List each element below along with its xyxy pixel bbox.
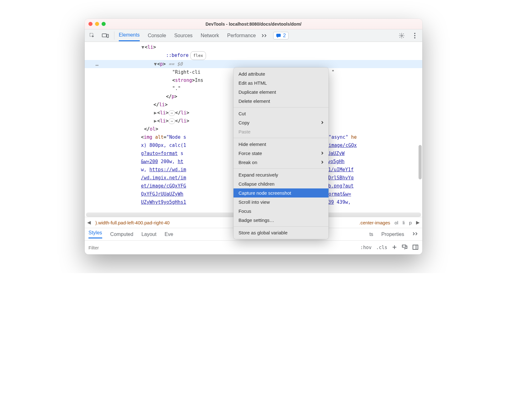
new-style-rule-icon[interactable] [392, 244, 397, 251]
tab-performance[interactable]: Performance [227, 30, 256, 41]
kebab-menu-icon[interactable] [410, 31, 419, 40]
submenu-chevron-icon [321, 151, 324, 156]
window-titlebar: DevTools - localhost:8080/docs/devtools/… [85, 19, 422, 29]
computed-panel-icon[interactable] [412, 244, 419, 251]
collapsed-ellipsis[interactable]: ⋯ [168, 110, 175, 116]
context-menu-item-label: Expand recursively [238, 172, 278, 178]
styles-filter-row: :hov .cls [85, 241, 422, 254]
dollar-zero-indicator: == $0 [168, 61, 183, 67]
crumb-scroll-left-icon[interactable]: ◀ [87, 220, 91, 225]
context-menu-item-label: Badge settings… [238, 218, 274, 223]
context-menu-item-label: Duplicate element [238, 89, 276, 95]
selected-node-row[interactable]: ⋯ ▼<p> == $0 [85, 60, 422, 68]
main-toolbar: Elements Console Sources Network Perform… [85, 29, 422, 42]
crumb-item[interactable]: ).width-full.pad-left-400.pad-right-40 [95, 220, 170, 225]
context-menu-item: Paste [233, 127, 329, 136]
context-menu-item[interactable]: Add attribute [233, 69, 329, 78]
traffic-lights [88, 22, 106, 26]
toolbar-separator [114, 32, 114, 40]
subtab-events-left[interactable]: Eve [164, 232, 173, 237]
subtab-computed[interactable]: Computed [110, 232, 133, 237]
svg-point-7 [414, 37, 415, 38]
svg-rect-9 [413, 245, 418, 249]
context-menu-item[interactable]: Cut [233, 109, 329, 118]
issues-badge[interactable]: 2 [273, 32, 289, 39]
settings-gear-icon[interactable] [397, 31, 406, 40]
context-menu-item-label: Force state [238, 151, 262, 156]
context-menu-item-label: Capture node screenshot [238, 190, 291, 196]
context-menu-item-label: Delete element [238, 98, 270, 104]
collapsed-ellipsis[interactable]: ⋯ [168, 118, 175, 124]
context-menu-item[interactable]: Expand recursively [233, 170, 329, 179]
subtab-properties[interactable]: Properties [381, 232, 404, 237]
inspect-element-icon[interactable] [88, 31, 97, 40]
context-menu-separator [233, 226, 329, 227]
maximize-window-button[interactable] [102, 22, 106, 26]
context-menu-item[interactable]: Scroll into view [233, 198, 329, 207]
context-menu-item[interactable]: Collapse children [233, 179, 329, 188]
context-menu-item[interactable]: Break on [233, 158, 329, 167]
window-title: DevTools - localhost:8080/docs/devtools/… [85, 22, 422, 27]
context-menu-separator [233, 107, 329, 108]
context-menu-item[interactable]: Focus [233, 207, 329, 216]
context-menu-item-label: Hide element [238, 142, 266, 147]
minimize-window-button[interactable] [95, 22, 99, 26]
subtab-styles[interactable]: Styles [88, 230, 102, 238]
context-menu-item[interactable]: Badge settings… [233, 216, 329, 225]
crumb-item[interactable]: .center-images [359, 220, 390, 225]
context-menu-item[interactable]: Force state [233, 149, 329, 158]
toggle-hov-button[interactable]: :hov [360, 245, 372, 250]
submenu-chevron-icon [321, 160, 324, 165]
tab-elements[interactable]: Elements [119, 30, 140, 41]
panel-tabs: Elements Console Sources Network Perform… [119, 30, 256, 41]
subtab-events-right[interactable]: ts [369, 232, 373, 237]
styles-paint-icon[interactable] [402, 244, 408, 251]
context-menu-item-label: Add attribute [238, 71, 265, 77]
crumb-item[interactable]: li [403, 220, 405, 225]
issues-count: 2 [283, 33, 286, 38]
tab-network[interactable]: Network [201, 30, 219, 41]
gutter-menu-icon[interactable]: ⋯ [94, 61, 100, 68]
svg-point-4 [401, 35, 403, 36]
more-subtabs-chevron-icon[interactable] [412, 232, 419, 237]
flex-badge[interactable]: flex [190, 51, 206, 60]
context-menu-item[interactable]: Duplicate element [233, 88, 329, 97]
context-menu-item-label: Break on [238, 160, 257, 165]
context-menu-item-label: Paste [238, 129, 250, 134]
context-menu-item[interactable]: Copy [233, 118, 329, 127]
context-menu-item-label: Focus [238, 208, 251, 214]
context-menu-item-label: Scroll into view [238, 199, 270, 205]
context-menu-item[interactable]: Store as global variable [233, 228, 329, 237]
device-toolbar-icon[interactable] [101, 31, 110, 40]
submenu-chevron-icon [321, 120, 324, 125]
pseudo-before: ::before [166, 52, 188, 58]
context-menu-item[interactable]: Capture node screenshot [233, 188, 329, 198]
context-menu-item-label: Cut [238, 111, 246, 116]
crumb-scroll-right-icon[interactable]: ▶ [416, 220, 420, 225]
subtab-layout[interactable]: Layout [141, 232, 156, 237]
crumb-item[interactable]: p [409, 220, 412, 225]
context-menu-item-label: Collapse children [238, 181, 274, 187]
svg-rect-1 [102, 34, 107, 37]
context-menu-item[interactable]: Hide element [233, 140, 329, 149]
context-menu-item[interactable]: Edit as HTML [233, 78, 329, 88]
vertical-scrollbar[interactable] [419, 145, 422, 179]
devtools-window: DevTools - localhost:8080/docs/devtools/… [85, 19, 422, 254]
context-menu-item-label: Store as global variable [238, 230, 288, 235]
context-menu[interactable]: Add attributeEdit as HTMLDuplicate eleme… [233, 68, 329, 239]
more-tabs-chevron-icon[interactable] [260, 31, 269, 40]
styles-filter-input[interactable] [88, 245, 138, 250]
crumb-item[interactable]: ol [394, 220, 398, 225]
close-window-button[interactable] [88, 22, 93, 26]
context-menu-item[interactable]: Delete element [233, 97, 329, 106]
svg-rect-8 [402, 245, 406, 247]
context-menu-item-label: Copy [238, 120, 249, 125]
toggle-cls-button[interactable]: .cls [376, 245, 387, 250]
svg-point-6 [414, 35, 415, 36]
svg-point-5 [414, 33, 415, 34]
tab-console[interactable]: Console [148, 30, 166, 41]
svg-rect-2 [107, 34, 108, 37]
context-menu-item-label: Edit as HTML [238, 80, 267, 86]
svg-rect-3 [276, 34, 281, 37]
tab-sources[interactable]: Sources [174, 30, 193, 41]
